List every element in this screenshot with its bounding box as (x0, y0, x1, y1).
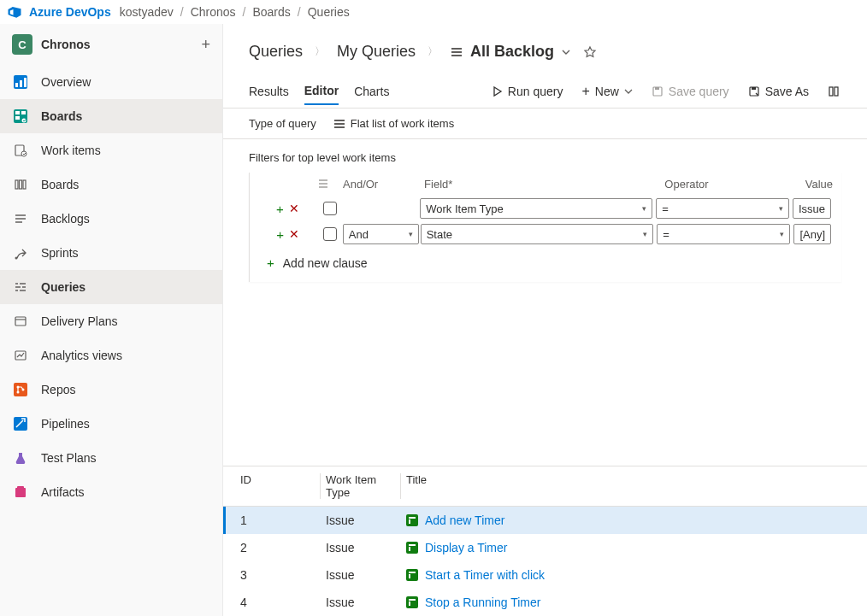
result-row[interactable]: 1 Issue Add new Timer (223, 507, 867, 534)
svg-point-17 (15, 257, 18, 260)
top-breadcrumb-bar: Azure DevOps kostyadev / Chronos / Board… (0, 0, 867, 24)
sidebar-item-overview[interactable]: Overview (0, 65, 222, 99)
favorite-star-icon[interactable] (583, 45, 597, 59)
sidebar-item-backlogs[interactable]: Backlogs (0, 202, 222, 236)
sidebar-item-artifacts[interactable]: Artifacts (0, 475, 222, 509)
value-dropdown[interactable]: [Any] (793, 224, 831, 244)
sidebar-item-repos[interactable]: Repos (0, 373, 222, 407)
sidebar-item-sprints[interactable]: Sprints (0, 236, 222, 270)
andor-dropdown[interactable]: And▾ (343, 224, 419, 244)
column-header-type[interactable]: Work Item Type (321, 473, 401, 499)
svg-rect-60 (409, 601, 410, 606)
query-name-dropdown[interactable]: All Backlog (450, 43, 571, 61)
issue-icon (406, 542, 418, 554)
svg-rect-35 (451, 51, 462, 53)
filters-section: Filters for top level work items And/Or … (223, 139, 867, 294)
column-header-title[interactable]: Title (401, 473, 850, 499)
sidebar-item-pipelines[interactable]: Pipelines (0, 407, 222, 441)
sidebar-item-label: Test Plans (41, 451, 210, 465)
svg-rect-40 (752, 87, 756, 90)
sidebar-item-label: Delivery Plans (41, 314, 210, 328)
remove-clause-icon[interactable]: ✕ (289, 227, 299, 241)
sidebar-item-work-items[interactable]: Work items (0, 133, 222, 167)
filters-label: Filters for top level work items (249, 151, 841, 164)
result-row[interactable]: 3 Issue Start a Timer with click (223, 561, 867, 589)
breadcrumb[interactable]: Queries (308, 5, 350, 19)
svg-rect-34 (451, 48, 462, 50)
svg-rect-41 (829, 87, 833, 96)
save-query-button[interactable]: Save query (650, 81, 731, 102)
result-row[interactable]: 4 Issue Stop a Running Timer (223, 589, 867, 616)
new-button[interactable]: + New (580, 80, 634, 103)
clause-checkbox[interactable] (323, 202, 337, 215)
svg-point-8 (22, 119, 27, 123)
add-new-clause-button[interactable]: + Add new clause (250, 247, 841, 282)
issue-icon (406, 596, 418, 608)
project-header[interactable]: C Chronos + (0, 24, 222, 65)
brand-label[interactable]: Azure DevOps (29, 5, 111, 19)
clause-checkbox[interactable] (323, 227, 337, 241)
sidebar-item-queries[interactable]: Queries (0, 270, 222, 304)
pipelines-icon (12, 415, 29, 432)
sidebar-item-label: Queries (41, 280, 210, 294)
artifacts-icon (12, 484, 29, 501)
svg-rect-42 (835, 87, 838, 96)
sidebar-item-label: Work items (41, 144, 210, 157)
operator-dropdown[interactable]: =▾ (656, 198, 789, 219)
tab-editor[interactable]: Editor (304, 77, 339, 105)
add-clause-icon[interactable]: + (276, 202, 284, 216)
breadcrumb[interactable]: Boards (252, 5, 290, 19)
chevron-down-icon (624, 87, 633, 96)
repos-icon (12, 381, 29, 398)
delivery-plans-icon (12, 313, 29, 330)
svg-rect-1 (15, 83, 18, 87)
result-row[interactable]: 2 Issue Display a Timer (223, 534, 867, 561)
sidebar-item-analytics-views[interactable]: Analytics views (0, 338, 222, 373)
work-items-icon (12, 142, 29, 159)
boards-sub-icon (12, 176, 29, 193)
sidebar-item-boards-sub[interactable]: Boards (0, 167, 222, 202)
column-header-id[interactable]: ID (240, 473, 321, 499)
chevron-right-icon: 〉 (428, 44, 438, 59)
svg-rect-12 (20, 180, 22, 189)
add-clause-icon[interactable]: + (276, 227, 284, 242)
breadcrumb[interactable]: Chronos (191, 5, 236, 19)
svg-rect-50 (409, 517, 416, 519)
save-as-button[interactable]: Save As (746, 81, 811, 102)
tab-results[interactable]: Results (249, 78, 289, 105)
svg-rect-43 (334, 120, 345, 121)
svg-rect-38 (655, 87, 659, 90)
chevron-down-icon (561, 47, 571, 57)
plus-icon: + (267, 255, 274, 270)
path-queries[interactable]: Queries (249, 43, 303, 61)
operator-dropdown[interactable]: =▾ (657, 224, 790, 244)
save-icon (652, 85, 664, 97)
sidebar-item-label: Backlogs (41, 212, 210, 226)
field-dropdown[interactable]: State▾ (421, 224, 654, 244)
sidebar-item-label: Pipelines (41, 417, 210, 431)
breadcrumb[interactable]: kostyadev (120, 5, 174, 19)
query-type-row: Type of query Flat list of work items (223, 109, 867, 139)
path-my-queries[interactable]: My Queries (337, 43, 416, 61)
flat-list-icon (333, 118, 345, 130)
flat-list-icon (450, 45, 463, 59)
sidebar-item-boards[interactable]: Boards (0, 99, 222, 133)
query-path-header: Queries 〉 My Queries 〉 All Backlog (223, 24, 867, 74)
run-query-button[interactable]: Run query (489, 81, 565, 102)
backlogs-icon (12, 210, 29, 227)
chevron-right-icon: 〉 (315, 44, 325, 59)
project-name: Chronos (41, 38, 201, 51)
project-add-button[interactable]: + (201, 36, 210, 54)
sprints-icon (12, 244, 29, 261)
sidebar-item-label: Artifacts (41, 485, 210, 499)
sidebar-item-test-plans[interactable]: Test Plans (0, 441, 222, 475)
remove-clause-icon[interactable]: ✕ (289, 202, 299, 215)
query-type-value[interactable]: Flat list of work items (333, 117, 454, 130)
tab-charts[interactable]: Charts (354, 78, 389, 105)
svg-rect-44 (334, 123, 345, 125)
sidebar-item-delivery-plans[interactable]: Delivery Plans (0, 304, 222, 338)
issue-icon (406, 569, 418, 581)
column-options-button[interactable] (826, 82, 841, 101)
value-dropdown[interactable]: Issue (793, 198, 831, 219)
field-dropdown[interactable]: Work Item Type▾ (420, 198, 652, 219)
